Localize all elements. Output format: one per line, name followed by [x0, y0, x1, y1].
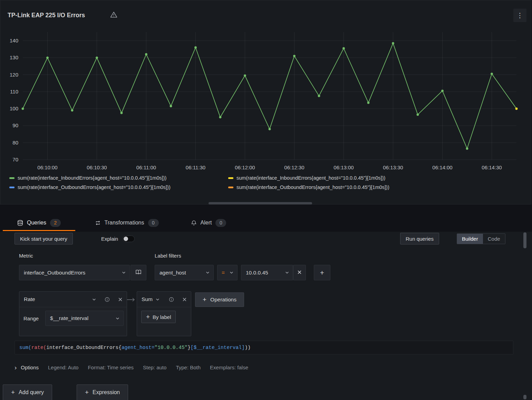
- horizontal-scrollbar[interactable]: [209, 202, 312, 204]
- code-token: )): [245, 345, 251, 350]
- add-filter-button[interactable]: +: [314, 265, 330, 280]
- sum-operation-select[interactable]: Sum: [137, 292, 191, 307]
- explain-toggle[interactable]: [123, 236, 135, 242]
- kickstart-query-button[interactable]: Kick start your query: [14, 233, 73, 244]
- filter-label-value: agent_host: [159, 270, 186, 276]
- plus-icon: +: [146, 313, 150, 320]
- add-query-text: Add query: [19, 389, 44, 396]
- panel-title: TP-Link EAP 225 I/O Errors: [8, 12, 85, 19]
- toggle-knob: [124, 237, 128, 241]
- svg-text:06:11:00: 06:11:00: [136, 164, 156, 170]
- svg-text:90: 90: [12, 122, 18, 128]
- chevron-down-icon: [155, 297, 160, 302]
- plus-icon: +: [85, 389, 89, 396]
- chevron-right-icon: ›: [14, 364, 17, 371]
- metric-field-label: Metric: [19, 253, 33, 259]
- add-query-button[interactable]: + Add query: [3, 384, 52, 400]
- legend-item[interactable]: sum(rate(interface_InboundErrors{agent_h…: [9, 175, 228, 181]
- series-color-swatch: [228, 187, 233, 188]
- alert-count-badge: 0: [215, 219, 226, 227]
- range-interval-select[interactable]: $__rate_interval: [45, 311, 124, 326]
- filter-value-select[interactable]: 10.0.0.45: [241, 265, 293, 280]
- metric-select[interactable]: interface_OutboundErrors: [19, 265, 130, 280]
- tab-label: Alert: [201, 220, 212, 226]
- code-token: }: [187, 345, 191, 350]
- query-options-row[interactable]: › Options Legend: AutoFormat: Time serie…: [14, 360, 513, 374]
- filter-label-select[interactable]: agent_host: [155, 265, 214, 280]
- rate-operation-body: Range $__rate_interval: [19, 307, 127, 326]
- expression-text: Expression: [93, 389, 120, 396]
- svg-text:06:12:30: 06:12:30: [284, 164, 304, 170]
- option-summary-item: Format: Time series: [88, 364, 134, 370]
- chevron-down-icon: [115, 316, 120, 321]
- operation-name: Sum: [142, 296, 153, 302]
- series-color-swatch: [228, 177, 233, 179]
- tab-label: Queries: [27, 220, 46, 226]
- tab-transformations[interactable]: Transformations 0: [75, 214, 178, 232]
- query-preview-text: sum(rate(interface_OutboundErrors{agent_…: [19, 345, 251, 350]
- chart-legend: sum(rate(interface_InboundErrors{agent_h…: [9, 175, 389, 190]
- svg-text:120: 120: [10, 72, 18, 78]
- code-token: rate(: [31, 345, 47, 350]
- builder-mode-button[interactable]: Builder: [457, 234, 483, 244]
- legend-label: sum(rate(interface_OutboundErrors{agent_…: [236, 184, 389, 190]
- options-summary: Legend: AutoFormat: Time seriesStep: aut…: [48, 364, 248, 370]
- panel-menu-button[interactable]: ⋮: [513, 9, 526, 22]
- database-icon: [17, 220, 23, 226]
- option-summary-item: Exemplars: false: [210, 364, 248, 370]
- range-interval-value: $__rate_interval: [50, 315, 88, 321]
- scrollbar-thumb[interactable]: [523, 395, 526, 399]
- remove-operation-button[interactable]: [182, 297, 187, 302]
- by-label-button[interactable]: + By label: [141, 311, 176, 323]
- chevron-down-icon: [205, 270, 210, 275]
- svg-text:06:14:00: 06:14:00: [432, 164, 452, 170]
- metric-value: interface_OutboundErrors: [24, 270, 85, 276]
- chevron-down-icon: [285, 270, 289, 275]
- add-operation-button[interactable]: + Operations: [195, 292, 244, 307]
- bell-icon: [191, 220, 197, 226]
- info-icon[interactable]: [105, 297, 110, 302]
- metrics-explorer-button[interactable]: [130, 265, 146, 280]
- code-token: agent_host=: [122, 345, 155, 350]
- explain-control: Explain: [101, 233, 135, 244]
- remove-filter-button[interactable]: [293, 265, 306, 280]
- options-label: Options: [21, 364, 39, 370]
- add-expression-button[interactable]: + Expression: [77, 384, 128, 400]
- transformations-count-badge: 0: [148, 219, 159, 227]
- warning-icon[interactable]: [110, 11, 117, 18]
- tab-queries[interactable]: Queries 2: [3, 214, 75, 232]
- transformations-icon: [95, 220, 101, 226]
- tab-alert[interactable]: Alert 0: [178, 214, 239, 232]
- vertical-scrollbar[interactable]: [523, 232, 526, 399]
- close-icon: [297, 270, 302, 276]
- code-mode-button[interactable]: Code: [483, 234, 505, 244]
- filter-operator-select[interactable]: =: [217, 265, 238, 280]
- legend-item[interactable]: sum(rate(interface_OutboundErrors{agent_…: [228, 184, 389, 190]
- label-filters-label: Label filters: [155, 253, 181, 259]
- filter-operator-value: =: [222, 270, 225, 276]
- scrollbar-thumb[interactable]: [523, 232, 526, 248]
- options-toggle[interactable]: › Options: [14, 364, 39, 371]
- active-tab-indicator: [3, 230, 75, 231]
- editor-tabbar: Queries 2 Transformations 0 Alert 0: [0, 214, 532, 232]
- chevron-down-icon: [92, 297, 96, 302]
- plus-icon: +: [320, 269, 324, 277]
- timeseries-chart[interactable]: 70809010011012013014006:10:0006:10:3006:…: [0, 30, 527, 172]
- query-count-badge: 2: [50, 219, 61, 227]
- svg-text:06:13:30: 06:13:30: [383, 164, 403, 170]
- run-queries-button[interactable]: Run queries: [400, 233, 439, 244]
- code-token: [$__rate_interval]: [191, 345, 245, 350]
- svg-text:70: 70: [12, 157, 18, 162]
- chevron-down-icon: [122, 270, 126, 275]
- svg-text:06:14:30: 06:14:30: [482, 164, 502, 170]
- editor-mode-switch: Builder Code: [457, 233, 505, 244]
- sum-operation-card: Sum + By label: [137, 291, 191, 336]
- remove-operation-button[interactable]: [118, 297, 123, 302]
- svg-text:06:13:00: 06:13:00: [333, 164, 354, 170]
- rate-operation-select[interactable]: Rate: [19, 292, 127, 307]
- plus-icon: +: [203, 296, 206, 303]
- legend-item[interactable]: sum(rate(interface_InboundErrors{agent_h…: [228, 175, 389, 181]
- series-color-swatch: [9, 187, 14, 188]
- info-icon[interactable]: [169, 297, 174, 302]
- legend-item[interactable]: sum(rate(interface_OutboundErrors{agent_…: [9, 184, 228, 190]
